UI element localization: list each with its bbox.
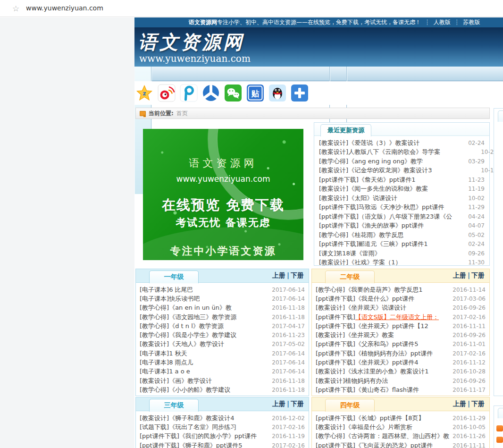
resource-link[interactable]: [ppt课件下载]《我是什么》ppt课件 — [316, 295, 414, 303]
resource-link[interactable]: [电子课本]1 a o e — [140, 367, 190, 376]
volume-link-xia[interactable]: 下册 — [291, 400, 304, 407]
grade-tab[interactable]: 二年级 — [325, 270, 375, 283]
resource-link[interactable]: [电子课本]1 秋天 — [140, 349, 187, 358]
volume-link-shang[interactable]: 上册 — [453, 271, 466, 279]
resource-link[interactable]: [教案设计]《狮子和鹿》教案设计4 — [140, 414, 234, 423]
resource-link[interactable]: [教案设计]《爱莲说（3）》教案设计 — [319, 139, 419, 147]
list-item[interactable]: [教学心得]《我是小学生》教学建议 2016-11-23 — [140, 330, 305, 339]
grade-tab[interactable]: 四年级 — [325, 399, 375, 412]
volume-link-xia[interactable]: 下册 — [471, 271, 485, 279]
resource-link[interactable]: [ppt课件下载]《飞向蓝天的恐龙》ppt课件 — [316, 441, 433, 448]
resource-link[interactable]: [电子课本]快乐读书吧 — [140, 295, 200, 303]
list-item[interactable]: [ppt课件下载]《父亲和鸟》ppt课件5 2016-11-01 — [316, 340, 486, 349]
resource-link[interactable]: [课文]第18课《雷雨》 — [319, 249, 381, 258]
recent-updates-title-tab[interactable]: 最近更新资源 — [320, 124, 371, 136]
list-item[interactable]: [ppt课件下载]《詹天佑》ppt课件1 11-23 — [319, 175, 485, 185]
resource-link[interactable]: [ppt课件下载]《我们的民族小学》ppt课件 — [140, 432, 257, 440]
resource-link[interactable]: [教案设计]《天地人》教学设计 — [140, 340, 224, 348]
resource-link[interactable]: [教学心得]《我是小学生》教学建议 — [140, 331, 236, 339]
resource-link[interactable]: [ppt课件下载]《渔夫的故事》ppt课件 — [319, 221, 424, 230]
resource-link[interactable]: [教案设计]人教版八下《云南的歌会》导学案 — [319, 148, 440, 156]
list-item[interactable]: [教学心得]《古诗两首：题西林壁、游山西村》教 2016-11-26 — [316, 432, 486, 441]
list-item[interactable]: [教案设计]《坐井观天》说课设计 2016-09-26 — [316, 304, 486, 313]
topbar-link[interactable]: 人教版 — [434, 18, 451, 26]
right-sidebar-lower-tab[interactable] — [498, 408, 503, 418]
list-item[interactable]: [电子课本]快乐读书吧 2017-06-14 — [140, 294, 305, 303]
list-item[interactable]: [ppt课件下载]《坐井观天》ppt课件4 2016-11-12 — [316, 358, 486, 367]
list-item[interactable]: [试题下载]《玩出了名堂》同步练习 2017-02-16 — [140, 423, 305, 431]
list-item[interactable]: [教案设计]人教版八下《云南的歌会》导学案 10-29 — [319, 148, 497, 157]
list-item[interactable]: [教案设计]《记金华的双龙洞》教案设计3 10-19 — [319, 166, 497, 176]
wechat-icon[interactable] — [224, 84, 242, 102]
volume-link-shang[interactable]: 上册 — [272, 400, 285, 407]
bookmark-star-icon[interactable]: ☆ — [12, 4, 19, 13]
resource-link[interactable]: [电子课本]6 比尾巴 — [140, 286, 193, 294]
list-item[interactable]: [教学心得]《我要的是葫芦》教学反思1 2016-11-14 — [316, 285, 486, 294]
resource-link[interactable]: [教学心得]《语文园地三》教学资源 — [140, 313, 236, 321]
grade-tab[interactable]: 三年级 — [149, 399, 199, 412]
resource-link[interactable]: [教学心得]《小小的船》教学建议 — [140, 386, 230, 394]
list-item[interactable]: [ppt课件下载]《我是什么》ppt课件 2017-03-06 — [316, 294, 486, 303]
volume-link-shang[interactable]: 上册 — [272, 271, 285, 279]
resource-link[interactable]: [教案设计]《太阳》说课设计 — [319, 194, 397, 203]
list-item[interactable]: [教案设计]《闻一多先生的说和做》教案 11-19 — [319, 185, 485, 194]
list-item[interactable]: [电子课本]8 雨点儿 2017-06-14 — [140, 358, 305, 367]
resource-link[interactable]: [教学心得]《古诗两首：题西林壁、游山西村》教 — [316, 432, 449, 440]
list-item[interactable]: [教学心得]《d t n l》教学资源 2017-04-17 — [140, 321, 305, 330]
resource-link[interactable]: [教案设计]植物妈妈有办法 — [316, 377, 388, 385]
resource-link[interactable]: [ppt课件下载]《长城》ppt课件【8页】 — [316, 414, 425, 423]
more-share-icon[interactable] — [291, 84, 309, 102]
resource-link[interactable]: [教案设计]《记金华的双龙洞》教案设计3 — [319, 166, 432, 175]
volume-link-shang[interactable]: 上册 — [453, 400, 466, 407]
list-item[interactable]: [教案设计]《天地人》教学设计 2017-05-02 — [140, 340, 305, 349]
resource-link[interactable]: [ppt课件下载]郦道元《三峡》ppt课件1 — [319, 240, 428, 248]
list-item[interactable]: [ppt课件下载]《黄山奇石》flash课件 2016-11-17 — [316, 385, 486, 394]
resource-link[interactable]: [ppt课件下载]《黄山奇石》flash课件 — [316, 386, 419, 394]
resource-link[interactable]: [教学心得]《桂花雨》教学反思 — [319, 231, 403, 239]
resource-link[interactable]: [教案设计]《坐井观天》说课设计 — [316, 304, 406, 312]
resource-link[interactable]: [ppt课件下载]《狮子和鹿》ppt课件5 — [140, 441, 243, 448]
list-item[interactable]: [ppt课件下载]《植物妈妈有办法》ppt课件 2017-02-16 — [316, 349, 486, 358]
resource-link[interactable]: [电子课本]8 雨点儿 — [140, 358, 193, 367]
resource-link[interactable]: [教案设计]《幸福是什么》片断赏析 — [316, 423, 412, 431]
list-item[interactable]: [教学心得]《桂花雨》教学反思 05-02 — [319, 230, 485, 240]
breadcrumb-current[interactable]: 首页 — [176, 110, 188, 118]
list-item[interactable]: [ppt课件下载]《我们的民族小学》ppt课件 2016-11-19 — [140, 432, 305, 441]
list-item[interactable]: [教学心得]《ang eng ing ong》教学 03-29 — [319, 157, 485, 166]
list-item[interactable]: [教案设计]《狮子和鹿》教案设计4 2016-12-02 — [140, 414, 305, 423]
list-item[interactable]: [教学心得]《小小的船》教学建议 2016-11-18 — [140, 385, 305, 394]
list-item[interactable]: [教案设计]《画》教学设计 2016-11-18 — [140, 376, 305, 385]
list-item[interactable]: [教案设计]《社戏》学案（1） 11-30 — [319, 258, 485, 268]
topbar-link[interactable]: 苏教版 — [463, 18, 480, 26]
list-item[interactable]: [教案设计]《坐井观天》教案 2016-09-26 — [316, 330, 486, 339]
list-item[interactable]: [教学心得]《语文园地三》教学资源 2016-11-18 — [140, 313, 305, 321]
resource-link[interactable]: [ppt课件下载] — [316, 313, 355, 321]
resource-link[interactable]: [ppt课件下载]（语文版）八年级下册第23课《公 — [319, 212, 452, 221]
list-item[interactable]: [电子课本]1 秋天 2017-06-14 — [140, 349, 305, 358]
baidu-tieba-icon[interactable]: 贴 — [246, 84, 264, 102]
list-item[interactable]: [教案设计]《爱莲说（3）》教案设计 02-24 — [319, 138, 485, 148]
resource-link[interactable]: [教案设计]《闻一多先生的说和做》教案 — [319, 185, 428, 193]
resource-link[interactable]: [教案设计]《画》教学设计 — [140, 377, 212, 385]
right-sidebar-tab[interactable] — [498, 110, 503, 122]
list-item[interactable]: [ppt课件下载]《渔夫的故事》ppt课件 04-07 — [319, 221, 485, 231]
resource-link[interactable]: [试题下载]《玩出了名堂》同步练习 — [140, 423, 236, 431]
list-item[interactable]: [ppt课件下载]《坐井观天》ppt课件【12 2016-11-11 — [316, 321, 486, 330]
list-item[interactable]: [教案设计]《浅水洼里的小鱼》教案设计1 2016-10-28 — [316, 367, 486, 376]
list-item[interactable]: [课文]第18课《雷雨》 09-26 — [319, 249, 485, 258]
volume-link-xia[interactable]: 下册 — [291, 271, 304, 279]
resource-link[interactable]: [教学心得]《d t n l》教学资源 — [140, 322, 224, 330]
resource-link[interactable]: [ppt课件下载]《坐井观天》ppt课件4 — [316, 358, 419, 367]
address-bar-url[interactable]: www.yuwenziyuan.com — [26, 4, 103, 12]
tencent-weibo-icon[interactable] — [180, 84, 198, 102]
resource-link[interactable]: [教学心得]《我要的是葫芦》教学反思1 — [316, 286, 422, 294]
resource-link[interactable]: [教案设计]《浅水洼里的小鱼》教案设计1 — [316, 367, 428, 376]
list-item[interactable]: [ppt课件下载]《飞向蓝天的恐龙》ppt课件 2016-11-11 — [316, 441, 486, 448]
resource-link[interactable]: [教学心得]《ang eng ing ong》教学 — [319, 157, 423, 166]
list-item[interactable]: [教案设计]《幸福是什么》片断赏析 2016-10-05 — [316, 423, 486, 431]
resource-link[interactable]: [ppt课件下载]《詹天佑》ppt课件1 — [319, 176, 416, 184]
list-item[interactable]: [教案设计]植物妈妈有办法 2016-09-26 — [316, 376, 486, 385]
qzone-star-icon[interactable]: z — [135, 84, 153, 102]
promo-banner[interactable]: 语文资源网 www.yuwenziyuan.com 在线预览 免费下载 考试无忧… — [143, 129, 303, 260]
list-item[interactable]: [ppt课件下载]郦道元《三峡》ppt课件1 02-24 — [319, 240, 485, 249]
